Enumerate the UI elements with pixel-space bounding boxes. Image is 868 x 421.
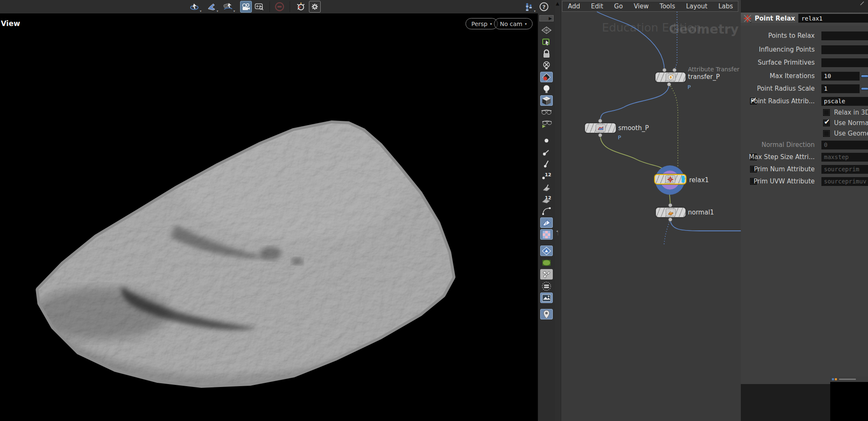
- wire-normal-output: [670, 219, 741, 231]
- param-label: Prim UVW Attribute: [741, 178, 815, 185]
- param-field[interactable]: [821, 31, 868, 40]
- prim-numbers-icon[interactable]: 12: [540, 194, 553, 204]
- parameters-header: Point Relax relax1: [741, 13, 868, 24]
- view-location-marker-icon[interactable]: [540, 309, 553, 319]
- grid-plane-icon[interactable]: [540, 25, 553, 35]
- rock-mesh: [0, 13, 538, 421]
- param-label: Max Step Size Attri...: [741, 153, 815, 161]
- node-name-label: normal1: [688, 209, 714, 216]
- material-shaded-icon[interactable]: [540, 95, 553, 106]
- toolbar-group-gap: [538, 241, 555, 244]
- param-field[interactable]: [821, 58, 868, 67]
- points-display-icon[interactable]: [540, 135, 553, 146]
- wire-smooth-to-relax: [600, 135, 664, 173]
- uv-texture-icon[interactable]: [540, 229, 553, 240]
- node-smooth_P[interactable]: [585, 123, 616, 133]
- param-row-max-step-size: Max Step Size Attri... maxstep: [741, 152, 868, 162]
- param-row-point-radius-attrib: ✔ Point Radius Attrib... pscale: [741, 97, 868, 106]
- viewport-settings-icon[interactable]: [309, 1, 321, 13]
- profile-curves-icon[interactable]: [540, 206, 553, 216]
- param-label: Prim Num Attribute: [741, 165, 815, 173]
- param-field[interactable]: 1: [821, 84, 860, 93]
- param-field[interactable]: 10: [821, 72, 860, 81]
- viewport-pane-label: View: [1, 19, 20, 28]
- param-field[interactable]: [821, 45, 868, 54]
- param-field[interactable]: 0: [821, 141, 868, 149]
- high-quality-lighting-icon[interactable]: [540, 72, 553, 82]
- ghost-other-objects-icon[interactable]: [540, 119, 553, 129]
- ghost-shade-glasses-icon[interactable]: [540, 107, 553, 118]
- normal-lighting-icon[interactable]: [540, 84, 553, 94]
- view-orbit-tool-icon[interactable]: ▾: [189, 1, 201, 13]
- dropdown-arrow: ▾: [200, 9, 201, 13]
- point-normals-icon[interactable]: [540, 147, 553, 157]
- node-normal1[interactable]: [656, 207, 686, 217]
- onion-skin-icon[interactable]: [540, 281, 553, 291]
- node-output-badge: P: [618, 134, 621, 141]
- toolbar-divider: [290, 1, 290, 12]
- help-icon[interactable]: ?: [538, 1, 550, 13]
- param-field[interactable]: sourceprim: [821, 165, 868, 174]
- attribtransfer-node-icon: [666, 73, 676, 81]
- display-flag[interactable]: [682, 176, 685, 183]
- fan-icon[interactable]: [540, 269, 553, 280]
- scene-viewport[interactable]: View Per: [0, 13, 538, 421]
- chevron-down-icon: ▾: [525, 22, 527, 26]
- group-select-icon[interactable]: [540, 37, 553, 47]
- mini-pane-icon: [835, 378, 837, 380]
- param-field[interactable]: sourceprimuv: [821, 177, 868, 186]
- camera-selector[interactable]: No cam ▾: [494, 18, 533, 29]
- frame-view-icon[interactable]: [254, 1, 265, 13]
- param-row-use-normal: ✔ Use Normal At: [741, 118, 868, 128]
- view-pan-tool-icon[interactable]: ▾: [206, 1, 217, 13]
- lock-icon[interactable]: [540, 48, 553, 59]
- node-relax1[interactable]: [654, 174, 686, 184]
- network-editor[interactable]: ▲ ◂⋮ Add Edit Go View Tools Layout Labs …: [555, 0, 741, 421]
- param-label: Point Radius Attrib...: [741, 97, 815, 105]
- disable-tool-icon[interactable]: [274, 1, 285, 13]
- desktop-layout-icon[interactable]: ▾: [523, 1, 535, 13]
- param-field[interactable]: pscale: [821, 97, 868, 106]
- camera-label: No cam: [500, 21, 522, 27]
- node-transfer_P[interactable]: [655, 72, 686, 82]
- node-type-label: Attribute Transfer: [688, 66, 740, 73]
- param-label: Point Radius Scale: [741, 85, 815, 92]
- particle-display-icon[interactable]: [540, 246, 553, 256]
- toolbar-divider: [269, 1, 270, 12]
- point-marker-icon[interactable]: [540, 159, 553, 169]
- group-patch-icon[interactable]: [540, 257, 553, 268]
- checkbox[interactable]: [823, 109, 830, 116]
- node-name-field[interactable]: relax1: [798, 14, 868, 23]
- checkbox[interactable]: ✔: [823, 120, 830, 126]
- param-label: Use Geometri: [834, 130, 868, 137]
- param-row-prim-num: Prim Num Attribute sourceprim: [741, 165, 868, 174]
- view-camera-tool-icon[interactable]: [240, 1, 252, 13]
- pointrelax-node-icon: [665, 175, 675, 183]
- background-image-icon[interactable]: [540, 293, 553, 303]
- point-numbers-icon[interactable]: 12: [540, 170, 553, 181]
- mini-pane-titlebar[interactable]: [830, 377, 868, 382]
- mini-pane-fragment: [830, 377, 868, 421]
- checkbox[interactable]: [823, 130, 830, 137]
- no-lighting-icon[interactable]: [540, 60, 553, 71]
- flipbook-icon[interactable]: [295, 1, 306, 13]
- param-slider[interactable]: [861, 88, 868, 90]
- parameters-pane: Point Relax relax1 Points to Relax Influ…: [741, 0, 868, 421]
- pin-pencil-icon[interactable]: [860, 1, 865, 6]
- projection-selector[interactable]: Persp ▾: [465, 18, 498, 29]
- shaded-prims-icon[interactable]: [540, 217, 553, 228]
- wire-dotted-into-transfer: [675, 12, 677, 69]
- view-dolly-tool-icon[interactable]: ▾: [222, 1, 234, 13]
- param-row-points-to-relax: Points to Relax: [741, 31, 868, 40]
- wire-transfer-to-smooth: [600, 84, 669, 121]
- node-output-badge: P: [688, 84, 691, 90]
- node-connectors[interactable]: [599, 68, 677, 222]
- param-label: Max Iterations: [741, 72, 815, 80]
- param-slider[interactable]: [861, 75, 868, 77]
- mini-pane-icon: [832, 378, 834, 380]
- dropdown-arrow: ▾: [217, 9, 218, 13]
- toolbar-scroll-button[interactable]: ▶: [539, 15, 554, 21]
- prim-normals-icon[interactable]: [540, 182, 553, 193]
- parameters-top-strip: [741, 0, 868, 13]
- param-field[interactable]: maxstep: [821, 153, 868, 162]
